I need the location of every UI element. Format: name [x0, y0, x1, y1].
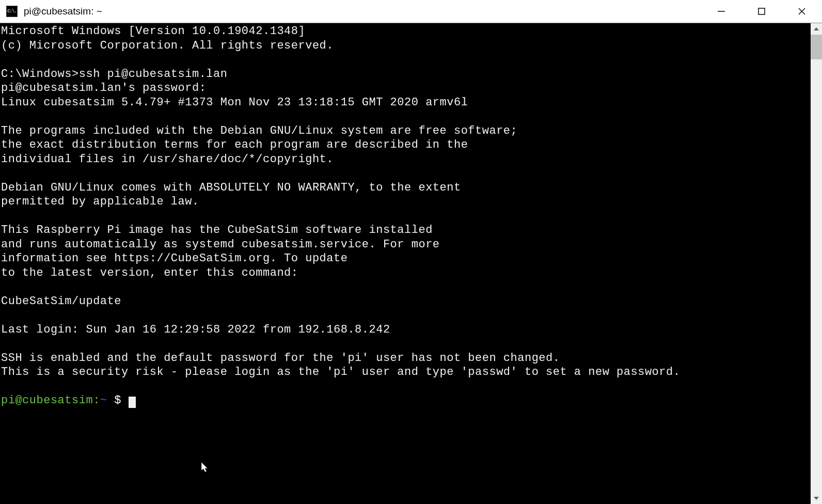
- terminal-line: Debian GNU/Linux comes with ABSOLUTELY N…: [1, 181, 461, 194]
- maximize-button[interactable]: [741, 0, 782, 23]
- vertical-scrollbar[interactable]: [811, 23, 822, 504]
- terminal-line: Last login: Sun Jan 16 12:29:58 2022 fro…: [1, 323, 390, 336]
- terminal-line: permitted by applicable law.: [1, 195, 199, 208]
- minimize-button[interactable]: [701, 0, 741, 23]
- terminal-line: information see https://CubeSatSim.org. …: [1, 252, 347, 265]
- terminal-line: SSH is enabled and the default password …: [1, 352, 560, 365]
- svg-rect-1: [758, 8, 765, 14]
- window-title: pi@cubesatsim: ~: [24, 6, 102, 17]
- scrollbar-track[interactable]: [811, 35, 822, 493]
- prompt-path: ~: [100, 394, 107, 407]
- close-button[interactable]: [782, 0, 822, 23]
- svg-marker-4: [814, 27, 819, 30]
- terminal-line: the exact distribution terms for each pr…: [1, 138, 468, 151]
- terminal-line: C:\Windows>ssh pi@cubesatsim.lan: [1, 68, 227, 81]
- terminal-container: Microsoft Windows [Version 10.0.19042.13…: [0, 23, 822, 504]
- terminal-line: individual files in /usr/share/doc/*/cop…: [1, 153, 334, 166]
- cmd-icon: C:\.: [6, 6, 18, 17]
- terminal-line: This Raspberry Pi image has the CubeSatS…: [1, 224, 433, 237]
- terminal-line: and runs automatically as systemd cubesa…: [1, 238, 440, 251]
- window-titlebar: C:\. pi@cubesatsim: ~: [0, 0, 822, 23]
- prompt-symbol: $: [107, 394, 129, 407]
- terminal-line: Microsoft Windows [Version 10.0.19042.13…: [1, 25, 305, 38]
- terminal-line: CubeSatSim/update: [1, 295, 121, 308]
- scroll-down-button[interactable]: [811, 493, 822, 504]
- svg-marker-5: [814, 497, 819, 500]
- terminal-line: (c) Microsoft Corporation. All rights re…: [1, 39, 334, 52]
- terminal-line: to the latest version, enter this comman…: [1, 266, 298, 279]
- terminal-cursor: [129, 397, 136, 408]
- terminal-line: pi@cubesatsim.lan's password:: [1, 82, 206, 94]
- scroll-up-button[interactable]: [811, 23, 822, 35]
- scrollbar-thumb[interactable]: [811, 35, 822, 59]
- window-controls: [701, 0, 822, 23]
- prompt-user-host: pi@cubesatsim:: [1, 394, 100, 407]
- terminal-line: The programs included with the Debian GN…: [1, 124, 517, 137]
- terminal-line: This is a security risk - please login a…: [1, 366, 680, 379]
- terminal-line: Linux cubesatsim 5.4.79+ #1373 Mon Nov 2…: [1, 96, 468, 109]
- terminal-output[interactable]: Microsoft Windows [Version 10.0.19042.13…: [0, 23, 811, 504]
